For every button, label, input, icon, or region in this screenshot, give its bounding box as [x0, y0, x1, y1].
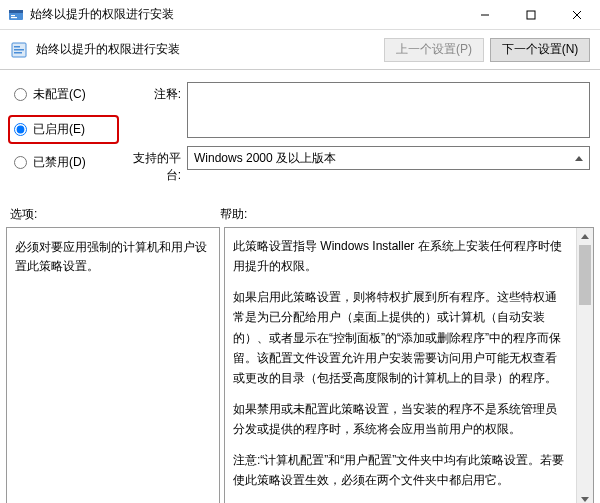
radio-not-configured[interactable]: 未配置(C): [10, 86, 125, 103]
radio-disabled-label: 已禁用(D): [33, 154, 86, 171]
caret-up-icon[interactable]: [575, 156, 583, 161]
scroll-up-icon[interactable]: [577, 228, 593, 245]
radio-not-configured-label: 未配置(C): [33, 86, 86, 103]
form-area: 未配置(C) 已启用(E) 已禁用(D) 注释: 支持的平台: Windows …: [0, 70, 600, 200]
state-radio-group: 未配置(C) 已启用(E) 已禁用(D): [10, 82, 125, 192]
maximize-button[interactable]: [508, 0, 554, 30]
help-scroll: 此策略设置指导 Windows Installer 在系统上安装任何程序时使用提…: [233, 236, 585, 500]
next-setting-button[interactable]: 下一个设置(N): [490, 38, 590, 62]
minimize-button[interactable]: [462, 0, 508, 30]
radio-enabled-label: 已启用(E): [33, 121, 85, 138]
help-paragraph: 如果禁用或未配置此策略设置，当安装的程序不是系统管理员分发或提供的程序时，系统将…: [233, 399, 565, 440]
window-title: 始终以提升的权限进行安装: [30, 6, 174, 23]
supported-label: 支持的平台:: [125, 146, 187, 184]
supported-on-box: Windows 2000 及以上版本: [187, 146, 590, 170]
header: 始终以提升的权限进行安装 上一个设置(P) 下一个设置(N): [0, 30, 600, 70]
panels: 必须对要应用强制的计算机和用户设置此策略设置。 此策略设置指导 Windows …: [0, 227, 600, 503]
fields-column: 注释: 支持的平台: Windows 2000 及以上版本: [125, 82, 590, 192]
help-panel: 此策略设置指导 Windows Installer 在系统上安装任何程序时使用提…: [224, 227, 594, 503]
help-label: 帮助:: [220, 206, 590, 223]
radio-disabled[interactable]: 已禁用(D): [10, 154, 125, 171]
radio-disabled-input[interactable]: [14, 156, 27, 169]
app-icon: [8, 7, 24, 23]
comment-label: 注释:: [125, 82, 187, 138]
help-paragraph: 此策略设置指导 Windows Installer 在系统上安装任何程序时使用提…: [233, 236, 565, 277]
comment-input[interactable]: [187, 82, 590, 138]
radio-enabled-input[interactable]: [14, 123, 27, 136]
close-button[interactable]: [554, 0, 600, 30]
radio-not-configured-input[interactable]: [14, 88, 27, 101]
svg-rect-10: [14, 49, 24, 51]
svg-rect-3: [11, 17, 17, 18]
options-panel: 必须对要应用强制的计算机和用户设置此策略设置。: [6, 227, 220, 503]
section-labels: 选项: 帮助:: [0, 200, 600, 227]
header-title: 始终以提升的权限进行安装: [36, 41, 180, 58]
scroll-track[interactable]: [577, 245, 593, 491]
svg-rect-11: [14, 52, 22, 54]
help-scrollbar[interactable]: [576, 228, 593, 503]
window-controls: [462, 0, 600, 29]
svg-rect-9: [14, 46, 20, 48]
svg-rect-5: [527, 11, 535, 19]
scroll-thumb[interactable]: [579, 245, 591, 305]
policy-icon: [10, 41, 28, 59]
options-panel-text: 必须对要应用强制的计算机和用户设置此策略设置。: [15, 240, 207, 273]
svg-rect-1: [9, 10, 23, 13]
help-paragraph: 如果启用此策略设置，则将特权扩展到所有程序。这些特权通常是为已分配给用户（桌面上…: [233, 287, 565, 389]
scroll-down-icon[interactable]: [577, 491, 593, 503]
options-label: 选项:: [10, 206, 220, 223]
supported-on-value: Windows 2000 及以上版本: [194, 150, 336, 167]
titlebar: 始终以提升的权限进行安装: [0, 0, 600, 30]
help-paragraph: 注意:“计算机配置”和“用户配置”文件夹中均有此策略设置。若要使此策略设置生效，…: [233, 450, 565, 491]
svg-rect-2: [11, 15, 15, 16]
previous-setting-button[interactable]: 上一个设置(P): [384, 38, 484, 62]
radio-enabled[interactable]: 已启用(E): [8, 115, 119, 144]
